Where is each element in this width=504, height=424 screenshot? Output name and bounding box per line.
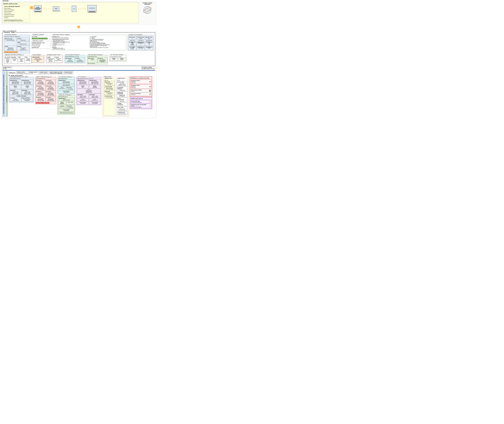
lift-end-extreme-l: END-EXTREME POSITIONS bbox=[77, 101, 89, 104]
wireless-charging: WIRELESS CHARGING charging logic OPTIONA… bbox=[117, 92, 127, 97]
mc-node-row: DRIVER&MOTOR BLDC DIFF DRIVE RS485 MODBU… bbox=[8, 77, 155, 117]
local-network-footer: Connection to Extended Features in Cloud… bbox=[4, 19, 28, 21]
power-relay-box: POWER LOGIC RELAYS Power on/off relay LB… bbox=[130, 97, 152, 109]
bldc-lift: BLDC LIFT bbox=[77, 85, 89, 88]
us1: US sensor JSN-SR04 US(front&back) Far zo… bbox=[36, 79, 45, 85]
lift-driver-l: DRIVER BLDC RS485 MODBUS ZBLD C20-120L2 … bbox=[77, 79, 89, 85]
tilt-optic-end: OPTIC END SWITCH bbox=[58, 87, 66, 90]
conveyor-end-extreme2: 2xIR(front&back) optic load check bbox=[58, 112, 74, 114]
conveyor-bldc-40w: BLDC 40W bbox=[66, 101, 74, 105]
main-diagram: NETWORK SERVER_NODE (CLOUD) LOCAL NETWOR… bbox=[0, 0, 158, 120]
lift-box: LIFT OPTIONALLY RS485 MODBUS/CAN,SPI, BL… bbox=[77, 77, 101, 105]
bottom-section: MOTOR, DRIVER, BATTERY, CHARGER, RGB, EN… bbox=[2, 71, 155, 117]
bms2: LiFePO4 8S2P RS485 MODBUS 3.2V, 6Ah, 326… bbox=[104, 86, 115, 90]
emergency-relay-col: EMERGENCY & CONTROL BUTTONS Emergency bu… bbox=[130, 77, 152, 109]
power-supply-left: POWER SUPPLY 5V 15A bbox=[2, 67, 12, 70]
conveyor-ir-sensor: IR sensor E18- D80NK bbox=[66, 105, 74, 108]
ps-24v-3: POWER SUPPLY 24V, 5V MAX80A bbox=[64, 71, 73, 74]
external-power-top-box: EXTERNAL POWER DC 50W OUTPUT 5V, 24V bbox=[141, 67, 155, 70]
conveyor-driver-bldc: DRIVER BLDC RS485 MODBUS bbox=[58, 97, 74, 101]
t-sensor-box: T sensor DS18B20 2xT(on chassis) bbox=[10, 97, 21, 101]
ir4: IR sensor E18- D80NK IR(front&back) Near… bbox=[46, 96, 56, 102]
us3: US sensor JSN-SR04 US(front&back) Far zo… bbox=[36, 85, 45, 90]
ext-io-usb: EXTERNAL I/O USB 1xUSB2, 1xUSB3 bbox=[128, 41, 136, 46]
bms3: BMS 8S2P RS485 MODBUS 24V 80A bbox=[104, 90, 115, 95]
odometry-box: ODOMETRY SOURCES MC_NODE + ENCODERS, (Ha… bbox=[31, 35, 50, 40]
hard-real-time-badge: HARD REAL TIME MODE bbox=[36, 102, 49, 104]
server-node-box: SERVER_NODE (CLOUD) LOCAL NETWORK SERVER… bbox=[2, 2, 139, 23]
fleet-screen-area: FLEET MANAGEMENTdashboard →→→→ analytics… bbox=[34, 5, 138, 12]
nav-stack-items: + Nav2 SlamToolbox, AMCL + Waypoint foll… bbox=[52, 40, 89, 46]
us2: US sensor JSN-SR04 US(front&back) Far zo… bbox=[46, 79, 56, 85]
bms-battpack-box: BMS&BATTPACK 24Ah 24V BMS 8S2P RS485 MOD… bbox=[104, 79, 115, 115]
extended-safety-box: EXTENDED SAFETY PACK* LIDAR RPLIDAR-A1M8… bbox=[46, 55, 63, 63]
rtclock-box: RT CLOCK DS1307ZN+ 2xT(on chassis) progr… bbox=[4, 56, 11, 63]
other-features-box: OTHER FEATURES T sensor DS18B20 2xT(on c… bbox=[10, 95, 33, 102]
local-network-box: LOCAL NETWORK SERVER Vendor agnostic Dif… bbox=[3, 5, 29, 22]
conveyor-end-extreme: END-EXTREME POSITIONS bbox=[58, 109, 74, 112]
wifi-hotspot-box: WiFi Hotspot Access point(SW) bbox=[25, 56, 31, 63]
ir1: IR sensor E18- D80NK IR(front&back) Near… bbox=[36, 91, 45, 96]
power-node-box: POWER_NODE BMS&BATTPACK 24Ah 24V BMS 8S2… bbox=[103, 77, 129, 117]
control-panel-box: Control panel RS485 bbox=[137, 36, 145, 40]
us4: US sensor JSN-SR04 US(front&back) Far zo… bbox=[46, 85, 56, 90]
additional-safety-box: ADDITIONAL SAFETY BUMPER SENSOR: TZbot O… bbox=[31, 41, 50, 49]
charging-module: CHARGING MODULE charging logic bbox=[117, 87, 127, 91]
depth-box: Depth Range 10m,IMU bbox=[17, 41, 29, 45]
ps-5v: POWER SUPPLY 5V 1.5A bbox=[29, 71, 38, 74]
tilt-bldc-motor: BLDC MOTOR bbox=[58, 84, 74, 86]
power-btn: Power button (On/Off): LB19A1 ⏻ bbox=[131, 89, 151, 92]
general-node-row2: ONBOARD FEATURES (OPTIONALLY) RT CLOCK D… bbox=[3, 55, 154, 65]
large-screen-icon: report efficiency bbox=[87, 5, 97, 12]
line-rpi-camera: RPI Camera Ov5647 bbox=[88, 57, 97, 63]
local-network-title: LOCAL NETWORK SERVER bbox=[4, 6, 28, 7]
bluetooth-icon: ᛒ bbox=[137, 44, 144, 45]
optic-decoupler: OPTIC DECOUPLER button, key bbox=[117, 97, 127, 102]
line-ir-sensor: IR sensor E18- D80NK 8xIR(front&back) Co… bbox=[97, 57, 107, 63]
relay2-box: Emergency power off relay AMR motors LB-… bbox=[131, 104, 151, 108]
dc-dc-box: DC-DC 100W 24V, 12Ah Industrial, 18-36V … bbox=[117, 81, 127, 86]
ext-power-box: EXT POWER DC 25W 5V, 24V bbox=[128, 46, 136, 50]
ir2: IR sensor E18- D80NK IR(front&back) Near… bbox=[46, 91, 56, 96]
industrial-right: + 2 × micro HDMI + 2 × USB 2.0 + 2 × USB… bbox=[89, 36, 126, 50]
qr-rpi-camera: RPI Camera Ov5647 CAM on top QR, Aruco t… bbox=[65, 57, 75, 63]
conveyor-bldc-motor: BLDC MOTOR bbox=[58, 101, 66, 105]
lift-end-extreme-r: END-EXTREME POSITIONS bbox=[89, 101, 101, 104]
wifi-down-connector: 📶 ↓ bbox=[1, 26, 156, 31]
tablet-icon: tablet bbox=[72, 6, 77, 12]
lift-optic: OPTIC END SWITCH 2xIR(cam&bin) Eccentric… bbox=[77, 89, 101, 93]
ext-io-can: EXTERNAL I/O CAN ⎇ bbox=[145, 41, 153, 46]
encoders-badge: + ENCODERS, (Hall sensors) bbox=[32, 38, 47, 39]
industrial-product-box: INDUSTRIAL PRODUCT VERSION Raspberry Pi … bbox=[52, 35, 126, 50]
imu-box: IMU accel, gyro BNO055,MPU9250 bbox=[4, 38, 17, 41]
power-supply-bar: POWER SUPPLY 5V 15A EXTERNAL POWER DC 50… bbox=[2, 67, 155, 70]
power-supply-top-label: POWER SUPPLY 5V 15A bbox=[2, 67, 12, 70]
client-server-box: CLIENT-SERVER WEB SERVER Flask onboard D… bbox=[31, 55, 45, 63]
driver-motor-box: DRIVER&MOTOR BLDC DIFF DRIVE RS485 MODBU… bbox=[9, 77, 34, 103]
on-off-emerg: ON/OFF EMERG BUTTON START/STOP CHARGING bbox=[49, 71, 63, 74]
emc-fuse: EMC, FUSE 24V, 12V, 5V fuse, filter, pro… bbox=[117, 106, 127, 111]
can-icon: ⎇ bbox=[146, 44, 153, 45]
tilt-end-extreme: END-EXTREME POSITIONS bbox=[58, 90, 74, 93]
emerg-btn1: Emergency button: LB19/22M AMR front ⊗ bbox=[131, 80, 151, 84]
supply-row: RS485/CAN POWER SUPPLY 24V MAX30A, 5V 0.… bbox=[8, 71, 155, 74]
lift-encoder-l: ENCODER 0.087° = 4096 Magnetic Rotary bbox=[77, 94, 89, 98]
network-section: NETWORK SERVER_NODE (CLOUD) LOCAL NETWOR… bbox=[1, 1, 156, 25]
driver-bldc-r: DRIVER BLDC RS485 MODBUS ZBLD C20-120L2 … bbox=[21, 79, 33, 85]
ps-24v: POWER SUPPLY 24V MAX30A, 5V 0.5A bbox=[16, 71, 28, 74]
ps-24v-2: POWER SUPPLY 24V, 5V MAX30A bbox=[39, 71, 49, 74]
lidar-box: LIDAR RPLIDAR-S1 Rate=9.2kHz Range 40m,1… bbox=[4, 45, 17, 51]
encoder-r: ENCODER AS 5040, SPI 0.087° = 4096 Magne… bbox=[21, 89, 33, 95]
bldc-wheel-r: BLDC WHEEL R bbox=[21, 85, 33, 89]
general-node-label: GENERAL_NODE bbox=[4, 32, 15, 33]
fan-box: FAN chip cooling 2xFan PWM controlled bbox=[18, 56, 25, 63]
wifi-indicator: 📶 bbox=[30, 5, 33, 9]
ir3: IR sensor E18- D80NK IR(front&back) Near… bbox=[36, 96, 45, 102]
tilt-ir-sensor: IR sensor E18- D80NK bbox=[66, 87, 74, 90]
side-label-motor: MOTOR, DRIVER, BATTERY, CHARGER, RGB, EN… bbox=[2, 71, 5, 117]
tilt-driver-bldc: DRIVER BLDC RS485 MODBUS: ZBLD C20-120L2 bbox=[58, 79, 74, 84]
industrial-left: Raspberry Pi 5 OS: Ubuntu 18.04/20.04/22… bbox=[52, 36, 89, 50]
global-cloud-label: GLOBAL CLOUD SERVICES bbox=[140, 2, 155, 5]
rgb-box: RGB LIGHTING Internal diagnostic signal … bbox=[21, 97, 33, 101]
camera1-box: Camera IntelRS 435i bbox=[17, 38, 29, 41]
